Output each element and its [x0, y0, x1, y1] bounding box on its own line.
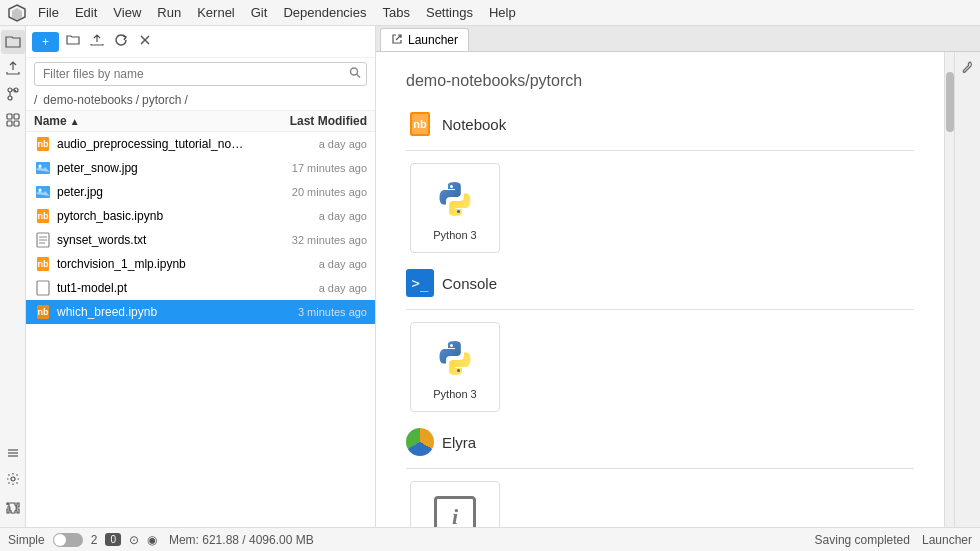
breadcrumb-demo-notebooks[interactable]: demo-notebooks — [43, 93, 132, 107]
sidebar-item-extensions[interactable] — [1, 108, 25, 132]
file-browser-toolbar: + — [26, 26, 375, 58]
svg-point-40 — [457, 369, 460, 372]
main-layout: + / demo-notebooks — [0, 26, 980, 527]
file-item[interactable]: nb torchvision_1_mlp.ipynb a day ago — [26, 252, 375, 276]
breadcrumb-sep3: / — [184, 93, 187, 107]
file-item[interactable]: nb pytorch_basic.ipynb a day ago — [26, 204, 375, 228]
file-item[interactable]: synset_words.txt 32 minutes ago — [26, 228, 375, 252]
upload-button[interactable] — [87, 30, 107, 53]
open-folder-button[interactable] — [63, 30, 83, 53]
svg-point-3 — [8, 96, 12, 100]
status-left: Simple 2 0 ⊙ ◉ — [8, 533, 157, 547]
sidebar-item-git[interactable] — [1, 82, 25, 106]
svg-rect-31 — [37, 281, 49, 295]
image-icon — [34, 159, 52, 177]
file-list-header: Name ▲ Last Modified — [26, 111, 375, 132]
file-name: peter_snow.jpg — [57, 161, 247, 175]
python-icon — [431, 175, 479, 223]
file-name: peter.jpg — [57, 185, 247, 199]
launcher-content: demo-notebooks/pytorch nb Notebook — [376, 52, 944, 527]
sidebar-item-upload[interactable] — [1, 56, 25, 80]
launcher-path: demo-notebooks/pytorch — [406, 72, 914, 90]
kernel-count: 2 — [91, 533, 98, 547]
svg-line-16 — [357, 74, 361, 78]
svg-point-12 — [11, 477, 15, 481]
file-modified: 17 minutes ago — [247, 162, 367, 174]
file-browser: + / demo-notebooks — [26, 26, 376, 527]
file-item[interactable]: peter.jpg 20 minutes ago — [26, 180, 375, 204]
file-icon — [34, 279, 52, 297]
plus-icon: + — [42, 35, 49, 49]
right-launcher-label: Launcher — [922, 533, 972, 547]
wrench-icon[interactable] — [957, 56, 979, 78]
file-item[interactable]: peter_snow.jpg 17 minutes ago — [26, 156, 375, 180]
svg-point-37 — [450, 185, 453, 188]
circle-icon[interactable]: ⊙ — [129, 533, 139, 547]
scrollbar-thumb[interactable] — [946, 72, 954, 132]
elyra-section-icon — [406, 428, 434, 456]
menu-settings[interactable]: Settings — [418, 3, 481, 22]
elyra-icon — [406, 428, 434, 456]
menu-dependencies[interactable]: Dependencies — [275, 3, 374, 22]
refresh-button[interactable] — [111, 30, 131, 53]
activity-bar — [0, 26, 26, 527]
file-name: pytorch_basic.ipynb — [57, 209, 247, 223]
menu-git[interactable]: Git — [243, 3, 276, 22]
toggle-thumb — [54, 534, 66, 546]
file-name: tut1-model.pt — [57, 281, 247, 295]
sidebar-item-puzzle[interactable] — [1, 497, 25, 521]
menu-kernel[interactable]: Kernel — [189, 3, 243, 22]
notebook-section-icon: nb — [406, 110, 434, 138]
python3-console-card[interactable]: Python 3 — [410, 322, 500, 412]
menu-run[interactable]: Run — [149, 3, 189, 22]
svg-text:nb: nb — [413, 118, 427, 130]
sidebar-item-settings[interactable] — [1, 467, 25, 491]
file-name: audio_preprocessing_tutorial_no_cuda.i..… — [57, 137, 247, 151]
new-button[interactable]: + — [32, 32, 59, 52]
menu-edit[interactable]: Edit — [67, 3, 105, 22]
file-item-selected[interactable]: nb which_breed.ipynb 3 minutes ago — [26, 300, 375, 324]
python3-notebook-card[interactable]: Python 3 — [410, 163, 500, 253]
file-modified: a day ago — [247, 138, 367, 150]
menu-view[interactable]: View — [105, 3, 149, 22]
menu-file[interactable]: File — [30, 3, 67, 22]
circle2-icon[interactable]: ◉ — [147, 533, 157, 547]
toggle-track[interactable] — [53, 533, 83, 547]
text-icon — [34, 231, 52, 249]
documentation-card[interactable]: i Documentation — [410, 481, 500, 527]
console-section-title: Console — [442, 275, 497, 292]
file-modified: a day ago — [247, 282, 367, 294]
clear-filter-button[interactable] — [135, 30, 155, 53]
mode-toggle[interactable] — [53, 533, 83, 547]
notebook-icon: nb — [34, 135, 52, 153]
menu-tabs[interactable]: Tabs — [375, 3, 418, 22]
launcher-tab[interactable]: Launcher — [380, 28, 469, 51]
sidebar-item-list[interactable] — [1, 441, 25, 465]
breadcrumb-pytorch[interactable]: pytorch — [142, 93, 181, 107]
breadcrumb-root[interactable]: / — [34, 93, 37, 107]
app-logo — [4, 0, 30, 26]
svg-text:nb: nb — [38, 307, 49, 317]
file-modified: a day ago — [247, 258, 367, 270]
documentation-icon: i — [431, 493, 479, 527]
file-item[interactable]: tut1-model.pt a day ago — [26, 276, 375, 300]
console-section-icon: >_ — [406, 269, 434, 297]
menu-help[interactable]: Help — [481, 3, 524, 22]
kernel-badge: 0 — [105, 533, 121, 546]
search-input[interactable] — [34, 62, 367, 86]
sort-arrow-icon: ▲ — [70, 116, 80, 127]
sort-name-button[interactable]: Name ▲ — [34, 114, 247, 128]
tab-bar: Launcher — [376, 26, 980, 52]
right-panel: Launcher demo-notebooks/pytorch nb Noteb… — [376, 26, 980, 527]
svg-point-39 — [450, 344, 453, 347]
svg-point-15 — [351, 68, 358, 75]
svg-text:nb: nb — [38, 211, 49, 221]
breadcrumb: / demo-notebooks / pytorch / — [26, 90, 375, 111]
elyra-section-title: Elyra — [442, 434, 476, 451]
memory-status: Mem: 621.88 / 4096.00 MB — [169, 533, 314, 547]
sidebar-item-filebrowser[interactable] — [1, 30, 25, 54]
launcher-scrollbar[interactable] — [944, 52, 954, 527]
menubar: File Edit View Run Kernel Git Dependenci… — [0, 0, 980, 26]
sort-modified-button[interactable]: Last Modified — [247, 114, 367, 128]
file-item[interactable]: nb audio_preprocessing_tutorial_no_cuda.… — [26, 132, 375, 156]
